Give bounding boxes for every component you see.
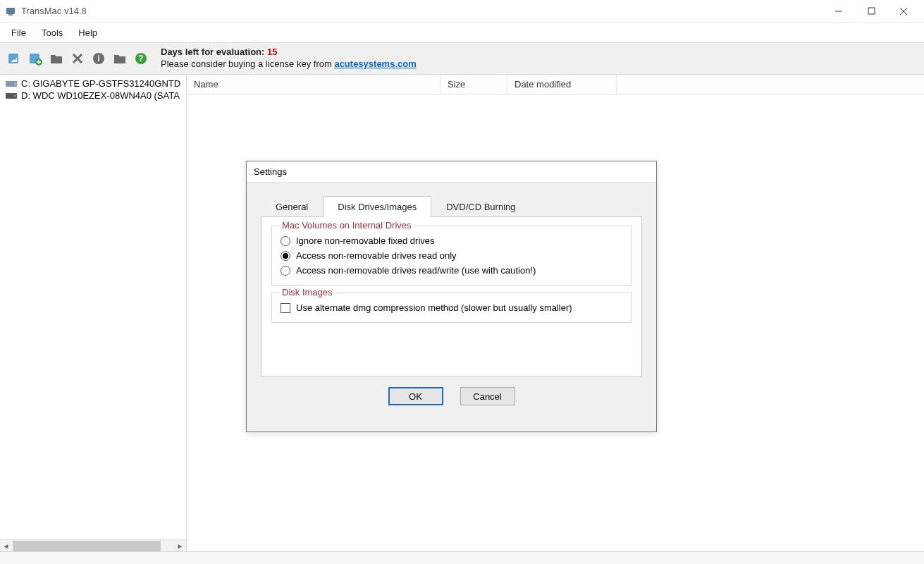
svg-rect-1	[8, 14, 13, 16]
drive-tree: C: GIGABYTE GP-GSTFS31240GNTD D: WDC WD1…	[0, 75, 187, 551]
minimize-button[interactable]	[823, 1, 855, 21]
menu-help[interactable]: Help	[71, 25, 104, 40]
eval-link[interactable]: acutesystems.com	[334, 59, 416, 69]
list-header: Name Size Date modified	[187, 75, 924, 94]
window-title: TransMac v14.8	[21, 6, 87, 16]
radio-read-only[interactable]: Access non-removable drives read only	[281, 248, 622, 263]
settings-dialog: Settings General Disk Drives/Images DVD/…	[246, 161, 657, 432]
svg-point-14	[14, 83, 16, 85]
fieldset-legend: Disk Images	[279, 287, 335, 298]
radio-ignore-fixed[interactable]: Ignore non-removable fixed drives	[281, 233, 622, 248]
eval-days-label: Days left for evaluation:	[161, 47, 267, 57]
dialog-tabs: General Disk Drives/Images DVD/CD Burnin…	[261, 195, 642, 216]
drive-item-d[interactable]: D: WDC WD10EZEX-08WN4A0 (SATA	[4, 90, 186, 102]
scroll-right-arrow[interactable]: ►	[174, 540, 186, 552]
tab-general[interactable]: General	[261, 196, 323, 217]
column-name[interactable]: Name	[187, 75, 441, 94]
column-date[interactable]: Date modified	[507, 75, 617, 94]
new-image-icon[interactable]	[27, 50, 44, 67]
folder-icon[interactable]	[48, 50, 65, 67]
svg-text:?: ?	[138, 54, 143, 63]
menu-file[interactable]: File	[4, 25, 33, 40]
drive-label: C: GIGABYTE GP-GSTFS31240GNTD	[21, 78, 180, 89]
close-button[interactable]	[887, 1, 920, 21]
drive-icon	[6, 92, 17, 100]
delete-icon[interactable]	[69, 50, 86, 67]
radio-icon	[281, 236, 290, 246]
folder2-icon[interactable]	[111, 50, 128, 67]
app-icon	[4, 5, 17, 18]
statusbar	[0, 551, 924, 564]
titlebar: TransMac v14.8	[0, 0, 924, 23]
tab-dvd-cd[interactable]: DVD/CD Burning	[431, 196, 530, 217]
scroll-thumb[interactable]	[13, 541, 161, 551]
radio-label: Access non-removable drives read/write (…	[296, 265, 536, 276]
help-icon[interactable]: ?	[133, 50, 149, 67]
radio-label: Access non-removable drives read only	[296, 250, 457, 261]
dialog-title: Settings	[247, 161, 656, 183]
radio-label: Ignore non-removable fixed drives	[296, 235, 435, 246]
evaluation-message: Days left for evaluation: 15 Please cons…	[161, 47, 417, 70]
column-size[interactable]: Size	[441, 75, 507, 94]
tab-content: Mac Volumes on Internal Drives Ignore no…	[261, 216, 642, 377]
cancel-button[interactable]: Cancel	[460, 387, 515, 405]
info-icon[interactable]: i	[90, 50, 107, 67]
fieldset-mac-volumes: Mac Volumes on Internal Drives Ignore no…	[271, 226, 632, 286]
svg-rect-3	[868, 8, 875, 14]
drive-label: D: WDC WD10EZEX-08WN4A0 (SATA	[21, 90, 180, 101]
svg-text:i: i	[97, 54, 99, 63]
fieldset-disk-images: Disk Images Use alternate dmg compressio…	[271, 293, 632, 323]
window-controls	[823, 1, 920, 21]
open-image-icon[interactable]	[6, 50, 23, 67]
tab-disk-drives[interactable]: Disk Drives/Images	[323, 196, 431, 217]
radio-icon	[281, 251, 290, 261]
drive-icon	[6, 80, 17, 88]
maximize-button[interactable]	[855, 1, 887, 21]
drive-item-c[interactable]: C: GIGABYTE GP-GSTFS31240GNTD	[4, 78, 186, 90]
menu-tools[interactable]: Tools	[35, 25, 70, 40]
svg-rect-0	[6, 8, 15, 14]
checkbox-icon	[281, 303, 290, 313]
menubar: File Tools Help	[0, 23, 924, 42]
radio-read-write[interactable]: Access non-removable drives read/write (…	[281, 263, 622, 278]
checkbox-alt-compression[interactable]: Use alternate dmg compression method (sl…	[281, 300, 622, 315]
eval-days-value: 15	[267, 47, 277, 57]
eval-please-text: Please consider buying a license key fro…	[161, 59, 334, 69]
dialog-buttons: OK Cancel	[261, 377, 642, 405]
svg-point-16	[14, 95, 16, 97]
tree-horizontal-scrollbar[interactable]: ◄ ►	[0, 539, 186, 551]
ok-button[interactable]: OK	[388, 387, 443, 405]
fieldset-legend: Mac Volumes on Internal Drives	[279, 220, 414, 231]
toolbar-icons: i ?	[6, 50, 149, 67]
radio-icon	[281, 266, 290, 276]
toolbar: i ? Days left for evaluation: 15 Please …	[0, 42, 924, 75]
checkbox-label: Use alternate dmg compression method (sl…	[296, 302, 572, 313]
dialog-body: General Disk Drives/Images DVD/CD Burnin…	[247, 183, 656, 412]
scroll-left-arrow[interactable]: ◄	[0, 540, 12, 552]
